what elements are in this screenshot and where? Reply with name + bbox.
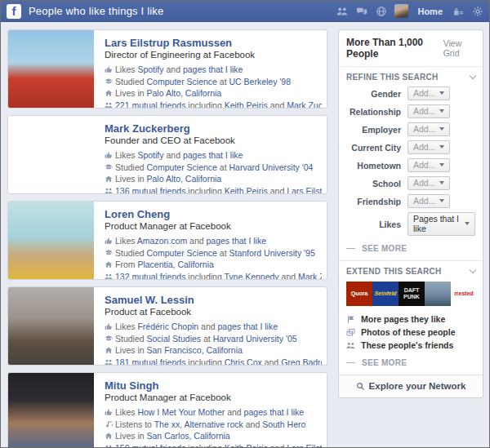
detail-text: Listens to	[115, 419, 154, 429]
person-name-link[interactable]: Mark Zuckerberg	[105, 122, 322, 135]
entity-link[interactable]: 136 mutual friends	[115, 186, 185, 195]
entity-link[interactable]: San Francisco, California	[147, 345, 243, 355]
person-photo[interactable]	[8, 287, 94, 365]
entity-link[interactable]: pages that I like	[207, 236, 267, 246]
entity-link[interactable]: South Hero	[262, 419, 305, 429]
entity-link[interactable]: Keith Peiris	[225, 100, 268, 109]
privacy-shortcuts-lock-icon[interactable]	[452, 5, 464, 17]
filter-dropdown[interactable]: Add...	[408, 140, 450, 154]
friend-requests-icon[interactable]	[336, 5, 348, 17]
settings-gear-icon[interactable]	[471, 5, 483, 17]
entity-link[interactable]: Spotify	[137, 150, 163, 160]
entity-link[interactable]: UC Berkeley '98	[229, 77, 292, 86]
detail-line: Studied Social Studies at Harvard Univer…	[105, 334, 322, 346]
entity-link[interactable]: Computer Science	[147, 77, 217, 86]
filter-dropdown[interactable]: Add...	[408, 158, 450, 172]
extend-link-more-pages-they-like[interactable]: More pages they like	[339, 313, 483, 326]
entity-link[interactable]: Computer Science	[147, 248, 217, 258]
entity-link[interactable]: Palo Alto, California	[147, 174, 222, 184]
entity-link[interactable]: Frédéric Chopin	[137, 322, 198, 331]
entity-link[interactable]: Mark Zuckerberg	[287, 100, 322, 109]
filter-dropdown[interactable]: Add...	[408, 176, 450, 190]
detail-text: including	[185, 443, 224, 448]
person-photo[interactable]	[8, 30, 94, 108]
detail-text: Lives in	[115, 345, 147, 355]
entity-link[interactable]: pages that I like	[183, 64, 243, 74]
entity-link[interactable]: Palo Alto, California	[147, 88, 222, 98]
entity-link[interactable]: Alternative rock	[184, 419, 243, 429]
entity-link[interactable]: pages that I like	[218, 322, 278, 331]
entity-link[interactable]: Chris Cox	[225, 357, 262, 366]
school-icon	[105, 163, 115, 175]
person-photo[interactable]	[8, 373, 94, 448]
page-thumbnail-arrested-development[interactable]: rrested	[451, 282, 477, 306]
entity-link[interactable]: 221 mutual friends	[115, 100, 185, 109]
page-thumbnail-san-francisco[interactable]	[425, 282, 451, 306]
entity-link[interactable]: Lars Eilstrup Rasmussen	[287, 443, 322, 448]
messages-icon[interactable]	[355, 5, 368, 17]
person-name-link[interactable]: Lars Eilstrup Rasmussen	[105, 37, 322, 49]
page-thumbnail-quora[interactable]: Quora	[346, 282, 372, 306]
filter-dropdown[interactable]: Add...	[408, 86, 450, 100]
entity-link[interactable]: pages that I like	[244, 407, 305, 417]
entity-link[interactable]: Computer Science	[147, 162, 217, 172]
facebook-logo[interactable]: f	[7, 4, 21, 19]
friends-people-icon	[346, 341, 356, 350]
page-thumbnail-seinfeld[interactable]: Seinfeld	[372, 282, 399, 306]
entity-link[interactable]: Greg Badros	[281, 357, 322, 366]
profile-avatar[interactable]	[394, 4, 408, 18]
dash-icon	[346, 362, 355, 363]
refine-search-header[interactable]: REFINE THIS SEARCH	[339, 66, 483, 86]
entity-link[interactable]: The xx	[154, 419, 180, 429]
refine-row-employer: EmployerAdd...	[339, 122, 475, 136]
entity-link[interactable]: Tyne Kennedy	[224, 272, 278, 281]
refine-see-more-link[interactable]: SEE MORE	[339, 240, 483, 260]
explore-network-button[interactable]: Explore your Network	[339, 375, 483, 397]
entity-link[interactable]: Harvard University '04	[229, 162, 314, 172]
entity-link[interactable]: Keith Peiris	[225, 443, 268, 448]
person-photo[interactable]	[8, 202, 94, 279]
entity-link[interactable]: Stanford University '95	[229, 248, 315, 258]
refine-row-relationship: RelationshipAdd...	[339, 104, 475, 118]
detail-line: 181 mutual friends including Chris Cox a…	[105, 357, 322, 366]
filter-label: Friendship	[339, 197, 401, 206]
extend-link-these-people-s-friends[interactable]: These people's friends	[339, 339, 483, 352]
filter-dropdown[interactable]: Pages that I like	[408, 212, 475, 236]
entity-link[interactable]: 132 mutual friends	[115, 272, 185, 281]
entity-link[interactable]: Lars Eilstrup Rasmussen	[287, 186, 322, 195]
search-query-title[interactable]: People who like things I like	[29, 5, 164, 17]
entity-link[interactable]: Amazon.com	[137, 236, 187, 246]
entity-link[interactable]: pages that I like	[183, 150, 243, 160]
filter-dropdown[interactable]: Add...	[408, 194, 450, 208]
detail-text: Lives in	[115, 174, 147, 184]
filter-dropdown[interactable]: Add...	[408, 122, 450, 136]
entity-link[interactable]: Social Studies	[147, 334, 202, 344]
person-photo[interactable]	[8, 116, 94, 193]
entity-link[interactable]: How I Met Your Mother	[137, 407, 225, 417]
extend-see-more-link[interactable]: SEE MORE	[339, 352, 483, 375]
entity-link[interactable]: Placentia, California	[137, 259, 213, 269]
entity-link[interactable]: 181 mutual friends	[115, 357, 185, 366]
entity-link[interactable]: Harvard University '05	[213, 334, 297, 344]
detail-text: and	[225, 407, 243, 417]
detail-line: Listens to The xx, Alternative rock and …	[105, 419, 322, 432]
entity-link[interactable]: Mark Zuckerberg	[298, 272, 322, 281]
extend-link-photos-of-these-people[interactable]: Photos of these people	[339, 326, 483, 339]
chevron-down-icon	[439, 181, 444, 184]
entity-link[interactable]: 150 mutual friends	[115, 443, 185, 448]
notifications-globe-icon[interactable]	[375, 5, 387, 17]
entity-link[interactable]: Keith Peiris	[225, 186, 268, 195]
home-link[interactable]: Home	[417, 7, 443, 16]
entity-link[interactable]: San Carlos, California	[147, 431, 230, 441]
filter-dropdown[interactable]: Add...	[408, 104, 450, 118]
detail-text: Studied	[115, 162, 147, 172]
page-thumbnail-daft-punk[interactable]: DAFT PUNK	[399, 282, 425, 306]
extend-search-header[interactable]: EXTEND THIS SEARCH	[339, 260, 483, 281]
view-grid-link[interactable]: View Grid	[443, 38, 475, 58]
person-name-link[interactable]: Loren Cheng	[105, 208, 322, 220]
person-name-link[interactable]: Mitu Singh	[105, 379, 322, 392]
detail-line: Likes Spotify and pages that I like	[105, 150, 322, 162]
entity-link[interactable]: Spotify	[137, 64, 163, 74]
person-name-link[interactable]: Samuel W. Lessin	[105, 294, 322, 306]
person-details: Likes Spotify and pages that I likeStudi…	[105, 64, 322, 109]
